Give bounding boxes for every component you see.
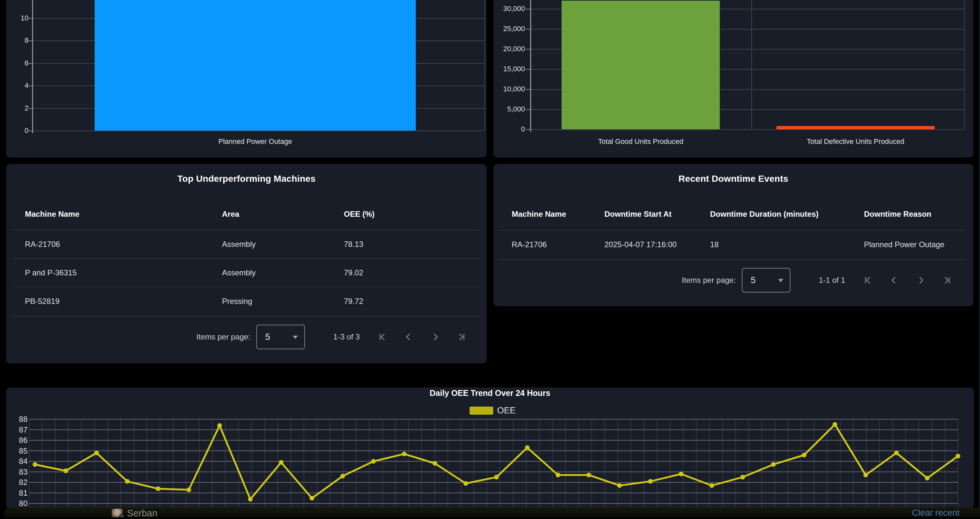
- items-per-page-value: 5: [266, 325, 270, 349]
- first-page-button[interactable]: [377, 332, 387, 342]
- items-per-page-value: 5: [751, 268, 756, 292]
- y-axis-tick-label: 81: [19, 489, 27, 497]
- downtime-by-reason-chart-card: 0246810Planned Power Outage: [6, 0, 487, 157]
- table-row: RA-21706 2025-04-07 17:16:00 18 Planned …: [493, 238, 973, 251]
- data-point: [740, 475, 745, 479]
- divider: [13, 230, 480, 230]
- data-point: [340, 474, 345, 478]
- items-per-page-select[interactable]: 5: [256, 325, 305, 349]
- previous-page-icon: [889, 275, 899, 285]
- avatar[interactable]: [112, 509, 123, 517]
- bar-planned-power-outage: [95, 0, 416, 130]
- data-point: [125, 479, 130, 484]
- y-axis-tick-label: 15,000: [493, 65, 525, 73]
- first-page-icon: [377, 332, 387, 342]
- taskbar-bottom-strip: [4, 517, 980, 519]
- items-per-page-select[interactable]: 5: [742, 268, 791, 292]
- y-axis-tick-label: 25,000: [493, 25, 525, 33]
- divider: [501, 230, 966, 231]
- data-point: [587, 473, 591, 477]
- data-point: [64, 468, 68, 473]
- next-page-icon: [430, 332, 440, 342]
- y-axis-tick-label: 5,000: [493, 105, 525, 113]
- next-page-button[interactable]: [430, 332, 440, 342]
- previous-page-button[interactable]: [404, 332, 414, 342]
- y-axis-tick-label: 0: [6, 126, 29, 135]
- bar-total-good-units-produced: [562, 1, 720, 129]
- y-axis-tick-label: 10: [6, 14, 29, 22]
- data-point: [279, 460, 283, 465]
- previous-page-icon: [404, 332, 414, 342]
- divider: [501, 259, 966, 260]
- first-page-icon: [863, 275, 872, 285]
- recent-downtime-events-card: Recent Downtime Events Machine Name Down…: [493, 164, 973, 306]
- table-header-row: Machine Name Area OEE (%): [6, 207, 487, 221]
- data-point: [217, 423, 222, 428]
- previous-page-button[interactable]: [889, 275, 899, 285]
- data-point: [248, 497, 253, 502]
- column-header-oee: OEE (%): [344, 207, 375, 221]
- divider: [13, 316, 480, 317]
- last-page-button[interactable]: [942, 275, 952, 285]
- data-point: [832, 422, 837, 427]
- data-point: [402, 452, 406, 456]
- y-axis-tick-label: 85: [19, 446, 27, 455]
- y-axis-tick-label: 20,000: [493, 45, 525, 53]
- data-point: [679, 472, 683, 476]
- card-title: Top Underperforming Machines: [6, 174, 487, 184]
- area-cell: Pressing: [222, 295, 252, 308]
- card-title: Recent Downtime Events: [493, 174, 973, 184]
- y-axis-tick-label: 8: [6, 36, 29, 45]
- divider: [13, 287, 480, 287]
- paginator: Items per page: 5 1-1 of 1: [682, 268, 952, 292]
- y-axis-tick-label: 84: [19, 457, 27, 465]
- machine-name-cell: P and P-36315: [25, 266, 77, 279]
- machine-name-cell: RA-21706: [512, 238, 547, 251]
- dropdown-caret-icon: [778, 279, 783, 282]
- data-point: [433, 461, 437, 465]
- items-per-page-label: Items per page:: [196, 332, 250, 341]
- data-point: [894, 451, 899, 455]
- y-axis-tick-label: 10,000: [493, 85, 525, 93]
- table-row: P and P-36315 Assembly 79.02: [6, 266, 487, 279]
- first-page-button[interactable]: [863, 275, 872, 285]
- page-range-label: 1-1 of 1: [819, 276, 845, 285]
- area-cell: Assembly: [222, 266, 256, 279]
- next-page-button[interactable]: [916, 275, 926, 285]
- last-page-icon: [942, 275, 952, 285]
- data-point: [525, 446, 530, 450]
- x-axis-category-label: Planned Power Outage: [218, 137, 292, 146]
- last-page-button[interactable]: [457, 332, 467, 342]
- y-axis-tick-label: 30,000: [493, 5, 525, 13]
- y-axis-tick-label: 0: [493, 125, 525, 133]
- top-underperforming-machines-card: Top Underperforming Machines Machine Nam…: [6, 164, 487, 363]
- y-axis-line: [32, 0, 33, 133]
- bar-total-defective-units-produced: [776, 126, 935, 129]
- data-point: [33, 462, 37, 467]
- x-axis-category-label: Total Defective Units Produced: [807, 137, 905, 146]
- last-page-icon: [457, 332, 467, 342]
- table-row: RA-21706 Assembly 78.13: [6, 238, 487, 251]
- column-header-downtime-reason: Downtime Reason: [864, 207, 931, 221]
- taskbar: Serban Clear recent: [4, 508, 980, 519]
- y-axis-tick-label: 6: [6, 59, 29, 67]
- y-axis-tick-label: 83: [19, 468, 27, 476]
- data-point: [556, 473, 560, 477]
- data-point: [648, 479, 653, 484]
- y-axis-tick-label: 80: [19, 499, 27, 508]
- column-header-downtime-duration: Downtime Duration (minutes): [710, 207, 819, 221]
- downtime-reason-cell: Planned Power Outage: [864, 238, 944, 251]
- page-range-label: 1-3 of 3: [334, 332, 360, 341]
- data-point: [617, 483, 622, 488]
- column-header-machine-name: Machine Name: [25, 207, 80, 221]
- machine-name-cell: PB-52819: [25, 295, 60, 308]
- downtime-start-cell: 2025-04-07 17:16:00: [605, 238, 677, 251]
- data-point: [925, 476, 929, 481]
- downtime-duration-cell: 18: [710, 238, 719, 251]
- data-point: [863, 473, 868, 477]
- data-point: [310, 496, 314, 500]
- machine-name-cell: RA-21706: [25, 238, 60, 251]
- y-axis-tick-label: 4: [6, 81, 29, 90]
- oee-trend-line: [35, 424, 958, 499]
- clear-recent-button[interactable]: Clear recent: [912, 508, 959, 518]
